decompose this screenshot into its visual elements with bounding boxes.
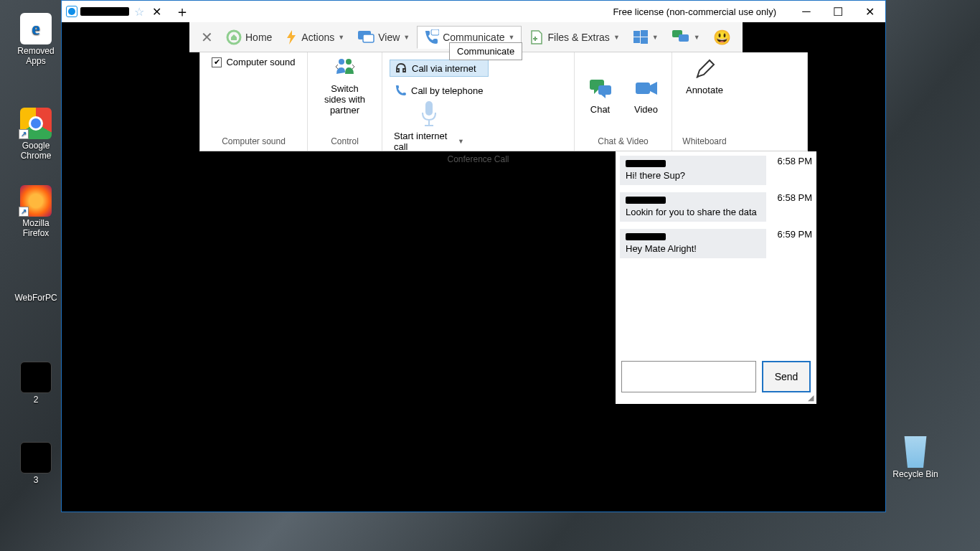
phone-icon [394, 85, 407, 96]
svg-rect-5 [641, 30, 648, 37]
desktop-icon-bin[interactable]: Recycle Bin [888, 436, 943, 479]
window-title: Free license (non-commercial use only) [613, 6, 776, 17]
new-tab-button[interactable]: ＋ [175, 4, 189, 19]
desktop-icon-label: Mozilla Firefox [9, 218, 63, 238]
chat-bubble: Hi! there Sup? [620, 156, 766, 185]
phone-chat-icon [423, 29, 439, 45]
call-by-telephone-button[interactable]: Call by telephone [390, 83, 489, 98]
chat-panel: Hi! there Sup?6:58 PMLookin for you to s… [616, 151, 816, 404]
chat-message-row: Hey Mate Alright!6:59 PM [620, 229, 812, 258]
svg-rect-4 [633, 31, 640, 37]
session-tab[interactable]: ☆ ✕ [62, 1, 168, 22]
teamviewer-icon [66, 6, 77, 17]
chat-bubble-button[interactable]: ▼ [666, 27, 706, 48]
svg-rect-2 [363, 34, 374, 42]
tab-title-redacted [80, 7, 129, 16]
view-button[interactable]: View▼ [352, 27, 415, 47]
checkbox-checked-icon: ✔ [212, 57, 222, 67]
chat-time: 6:59 PM [772, 229, 812, 258]
sender-redacted [626, 197, 666, 204]
desktop-icon-label: Recycle Bin [888, 469, 943, 479]
desktop-icon-chrome[interactable]: ↗Google Chrome [9, 108, 63, 161]
desktop-icon-label: WebForPC [9, 293, 63, 303]
desktop-icon-firefox[interactable]: ↗Mozilla Firefox [9, 185, 63, 238]
start-internet-call-button[interactable]: Start internet call▼ [390, 128, 468, 154]
chat-bubble: Hey Mate Alright! [620, 229, 766, 258]
communicate-tooltip: Communicate [449, 42, 522, 60]
chat-messages: Hi! there Sup?6:58 PMLookin for you to s… [616, 151, 816, 357]
sender-redacted [626, 233, 666, 240]
desktop-icon-label: 3 [9, 475, 63, 485]
chat-bubbles-icon [672, 29, 690, 45]
svg-point-10 [339, 59, 344, 65]
close-session-button[interactable]: ✕ [195, 26, 219, 49]
communicate-ribbon: ✔ Computer sound Computer sound Switch s… [199, 52, 808, 151]
home-button[interactable]: Home [220, 27, 278, 48]
chat-input[interactable] [621, 361, 756, 392]
chat-time: 6:58 PM [772, 192, 812, 222]
actions-button[interactable]: Actions▼ [279, 27, 350, 48]
windows-icon-button[interactable]: ▼ [627, 27, 664, 48]
chat-icon [588, 78, 613, 100]
switch-sides-button[interactable]: Switch sides with partner [315, 81, 374, 118]
resize-grip-icon[interactable]: ◢ [808, 393, 814, 402]
svg-rect-9 [679, 34, 689, 42]
chat-message-row: Hi! there Sup?6:58 PM [620, 156, 812, 185]
minimize-button[interactable]: ─ [791, 1, 822, 22]
video-button[interactable]: Video [630, 76, 663, 117]
chat-message-row: Lookin for you to share the data6:58 PM [620, 192, 812, 222]
annotate-button[interactable]: Annotate [682, 57, 727, 98]
svg-rect-12 [425, 101, 433, 116]
headset-icon [395, 62, 407, 74]
chat-text: Hi! there Sup? [626, 170, 685, 181]
emoji-button[interactable]: 😃 [707, 26, 737, 49]
chat-time: 6:58 PM [772, 156, 812, 185]
switch-sides-icon [335, 57, 355, 77]
maximize-button[interactable]: ☐ [822, 1, 854, 22]
svg-rect-7 [641, 37, 648, 44]
send-button[interactable]: Send [762, 361, 811, 392]
svg-point-11 [346, 59, 352, 65]
computer-sound-checkbox[interactable]: ✔ Computer sound [212, 57, 295, 67]
chat-bubble: Lookin for you to share the data [620, 192, 766, 222]
video-icon [634, 78, 659, 100]
desktop-icon-label: 2 [9, 395, 63, 405]
shortcut-overlay-icon: ↗ [19, 129, 29, 139]
windows-icon [633, 29, 649, 45]
chat-text: Hey Mate Alright! [626, 243, 697, 254]
desktop-icon-label: Google Chrome [9, 141, 63, 161]
lightning-icon [285, 29, 298, 45]
chat-text: Lookin for you to share the data [626, 207, 757, 217]
microphone-icon [420, 100, 438, 128]
desktop-icon-folder2[interactable]: 2 [9, 362, 63, 405]
pen-icon [694, 59, 715, 80]
file-plus-icon [529, 29, 545, 45]
home-icon [226, 29, 242, 45]
svg-rect-15 [636, 83, 650, 94]
titlebar: ☆ ✕ ＋ Free license (non-commercial use o… [62, 1, 885, 22]
tab-close-button[interactable]: ✕ [149, 4, 164, 19]
call-via-internet-button[interactable]: Call via internet [390, 60, 489, 77]
files-extras-button[interactable]: Files & Extras▼ [523, 27, 626, 48]
shortcut-overlay-icon: ↗ [19, 207, 29, 217]
favorite-icon[interactable]: ☆ [132, 4, 146, 19]
desktop-icon-label: Removed Apps [9, 46, 63, 66]
desktop-icon-edge[interactable]: eRemoved Apps [9, 13, 63, 66]
desktop-icon-folder3[interactable]: 3 [9, 442, 63, 485]
svg-rect-6 [633, 37, 640, 43]
chat-button[interactable]: Chat [584, 76, 617, 117]
close-window-button[interactable]: ✕ [854, 1, 885, 22]
monitor-icon [357, 30, 374, 44]
desktop-icon-webforpc[interactable]: WebForPC [9, 293, 63, 303]
sender-redacted [626, 160, 666, 167]
svg-rect-14 [598, 85, 611, 95]
teamviewer-window: ☆ ✕ ＋ Free license (non-commercial use o… [61, 0, 886, 512]
svg-rect-3 [431, 29, 439, 35]
